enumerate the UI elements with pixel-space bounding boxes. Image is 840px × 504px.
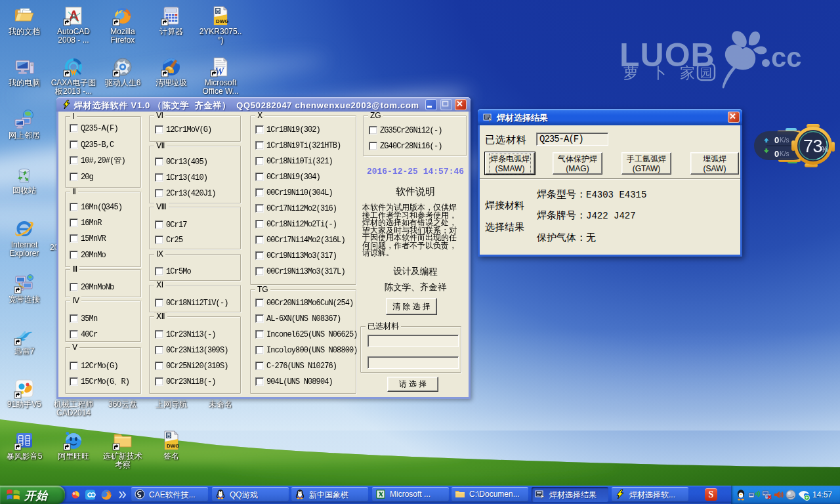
svg-text:DWG: DWG bbox=[167, 443, 180, 449]
svg-text:0: 0 bbox=[774, 135, 779, 145]
svg-text:萝卜家: 萝卜家 bbox=[623, 64, 708, 81]
svg-text:0: 0 bbox=[774, 149, 779, 159]
svg-text:园: 园 bbox=[700, 66, 712, 79]
svg-text:cc: cc bbox=[771, 42, 802, 73]
svg-text:%: % bbox=[821, 145, 828, 154]
svg-text:DWG: DWG bbox=[216, 18, 229, 24]
svg-text:73: 73 bbox=[803, 136, 822, 156]
svg-text:K/s: K/s bbox=[780, 150, 789, 158]
svg-text:K/s: K/s bbox=[780, 136, 789, 144]
